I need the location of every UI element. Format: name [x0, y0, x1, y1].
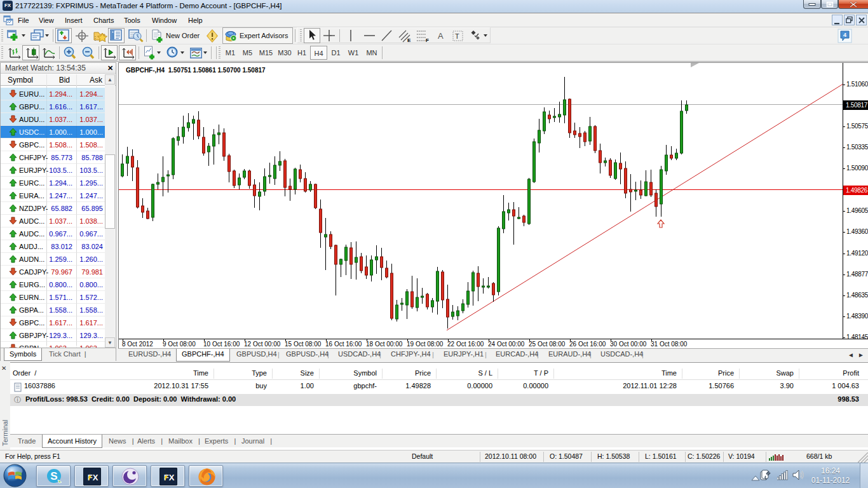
svg-text:F: F	[426, 37, 429, 42]
svg-text:FX: FX	[164, 473, 175, 482]
svg-text:FX: FX	[88, 473, 98, 482]
svg-text:T: T	[455, 32, 459, 40]
svg-text:4: 4	[843, 32, 846, 38]
svg-text:E: E	[407, 37, 411, 43]
svg-text:S: S	[50, 470, 57, 482]
